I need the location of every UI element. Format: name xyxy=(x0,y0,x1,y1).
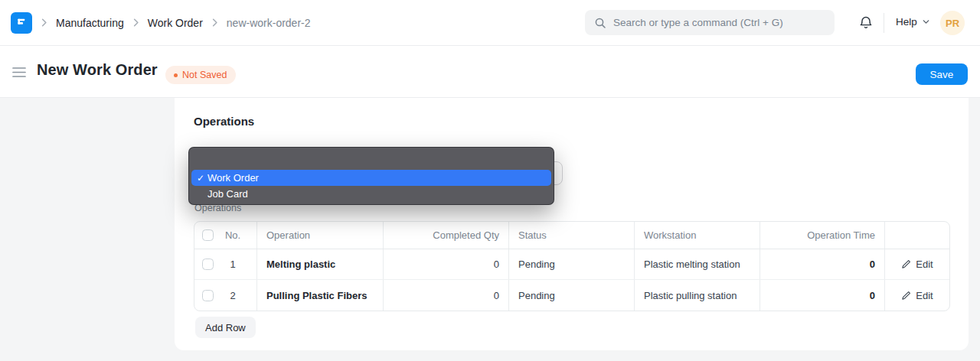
page-title: New Work Order xyxy=(37,61,158,79)
row-cell-workstation[interactable]: Plastic melting station xyxy=(635,249,760,279)
header-cell-operation: Operation xyxy=(257,222,384,249)
add-row-button[interactable]: Add Row xyxy=(195,317,256,338)
row-checkbox[interactable] xyxy=(202,259,214,270)
row-cell-operation-time[interactable]: 0 xyxy=(760,280,885,311)
select-all-checkbox[interactable] xyxy=(202,229,214,241)
row-cell-completed-qty[interactable]: 0 xyxy=(384,249,509,279)
header-cell-workstation: Workstation xyxy=(635,222,760,249)
breadcrumb-work-order[interactable]: Work Order xyxy=(148,17,203,29)
edit-label: Edit xyxy=(916,290,933,301)
status-badge: Not Saved xyxy=(165,66,236,84)
erpnext-logo-icon xyxy=(15,16,28,30)
row-cell-no: 2 xyxy=(194,280,257,311)
form-section-card: Operations Operations No. Operation Comp… xyxy=(175,98,969,350)
status-badge-label: Not Saved xyxy=(182,70,227,80)
row-cell-edit: Edit xyxy=(885,280,949,311)
sidebar-toggle-icon[interactable] xyxy=(12,67,26,81)
row-number: 2 xyxy=(214,290,252,301)
save-button[interactable]: Save xyxy=(916,63,968,85)
header-cell-no: No. xyxy=(194,222,257,249)
user-avatar[interactable]: PR xyxy=(940,11,965,35)
dropdown-option-job-card[interactable]: ✓ Job Card xyxy=(191,186,551,202)
navbar-divider xyxy=(884,13,884,33)
chevron-right-icon xyxy=(209,17,220,28)
dropdown-option-work-order[interactable]: ✓ Work Order xyxy=(191,170,551,186)
page-body: Operations Operations No. Operation Comp… xyxy=(0,98,980,361)
select-dropdown-menu: ✓ Work Order ✓ Job Card xyxy=(188,147,554,205)
header-no-label: No. xyxy=(214,229,252,241)
table-row: 1 Melting plastic 0 Pending Plastic melt… xyxy=(194,249,949,280)
header-cell-edit xyxy=(885,222,949,249)
search-input[interactable] xyxy=(613,17,825,28)
breadcrumb-manufacturing[interactable]: Manufacturing xyxy=(56,17,124,29)
chevron-right-icon xyxy=(38,17,50,28)
row-number: 1 xyxy=(214,259,252,270)
dropdown-option-empty[interactable] xyxy=(191,151,551,170)
operations-table: No. Operation Completed Qty Status Works… xyxy=(194,221,950,311)
status-dot-icon xyxy=(174,73,178,77)
notifications-bell-icon[interactable] xyxy=(858,15,874,34)
row-cell-workstation[interactable]: Plastic pulling station xyxy=(635,280,760,311)
row-cell-completed-qty[interactable]: 0 xyxy=(384,280,509,311)
help-label: Help xyxy=(896,16,917,28)
pencil-icon xyxy=(901,259,911,269)
erpnext-logo[interactable] xyxy=(11,12,32,34)
header-cell-completed-qty: Completed Qty xyxy=(384,222,509,249)
header-cell-operation-time: Operation Time xyxy=(760,222,885,249)
table-row: 2 Pulling Plastic Fibers 0 Pending Plast… xyxy=(194,280,949,311)
search-icon xyxy=(594,17,606,29)
check-icon: ✓ xyxy=(197,173,207,184)
row-checkbox[interactable] xyxy=(202,290,214,301)
navbar: Manufacturing Work Order new-work-order-… xyxy=(0,0,980,46)
global-search[interactable] xyxy=(585,10,835,35)
chevron-down-icon xyxy=(921,17,931,27)
edit-label: Edit xyxy=(916,259,933,270)
row-cell-operation[interactable]: Melting plastic xyxy=(257,249,384,279)
page-head: New Work Order Not Saved Save xyxy=(0,46,980,98)
help-menu[interactable]: Help xyxy=(896,16,931,28)
dropdown-option-label: Job Card xyxy=(207,188,248,200)
row-cell-operation-time[interactable]: 0 xyxy=(760,249,885,279)
header-cell-status: Status xyxy=(509,222,635,249)
chevron-right-icon xyxy=(130,17,142,28)
table-header-row: No. Operation Completed Qty Status Works… xyxy=(194,222,949,249)
row-cell-operation[interactable]: Pulling Plastic Fibers xyxy=(257,280,384,311)
pencil-icon xyxy=(901,291,911,301)
row-cell-edit: Edit xyxy=(885,249,949,279)
row-cell-status[interactable]: Pending xyxy=(509,280,635,311)
row-cell-status[interactable]: Pending xyxy=(509,249,635,279)
section-heading: Operations xyxy=(194,115,254,128)
avatar-initials: PR xyxy=(946,18,959,29)
breadcrumb: Manufacturing Work Order new-work-order-… xyxy=(38,0,311,45)
edit-row-button[interactable]: Edit xyxy=(901,259,933,270)
row-cell-no: 1 xyxy=(194,249,257,279)
breadcrumb-current: new-work-order-2 xyxy=(227,17,311,29)
dropdown-option-label: Work Order xyxy=(207,172,259,184)
edit-row-button[interactable]: Edit xyxy=(901,290,933,301)
